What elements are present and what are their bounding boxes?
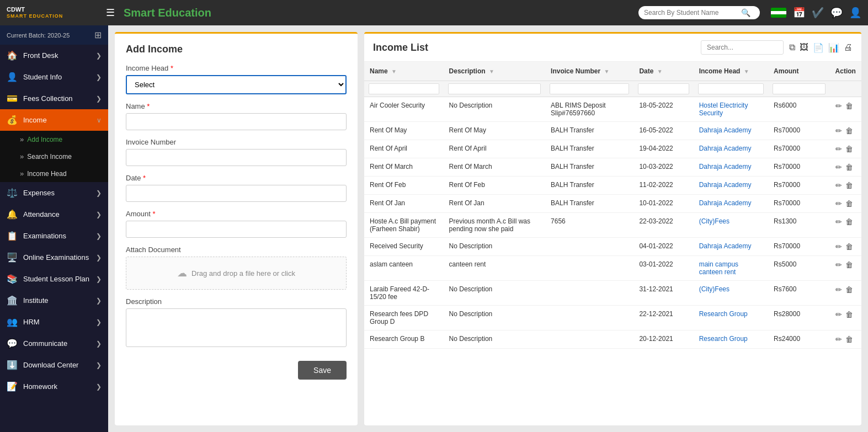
income-head-link[interactable]: Dahraja Academy [699, 242, 752, 250]
invoice-input[interactable] [126, 149, 347, 166]
required-star: * [152, 210, 155, 218]
cell-income-head: Hostel Electricity Security [694, 97, 768, 122]
copy-icon[interactable]: ⧉ [789, 42, 795, 53]
income-head-link[interactable]: (City)Fees [699, 285, 729, 293]
csv-icon[interactable]: 📄 [813, 42, 824, 53]
description-textarea[interactable] [126, 308, 347, 347]
income-head-link[interactable]: main campus canteen rent [699, 260, 738, 276]
sidebar-item-search-income[interactable]: Search Income [0, 148, 108, 165]
name-input[interactable] [126, 113, 347, 130]
cell-amount: Rs70000 [768, 122, 830, 140]
income-head-link[interactable]: Dahraja Academy [699, 145, 752, 152]
sidebar-item-institute[interactable]: 🏛️ Institute ❯ [0, 290, 108, 311]
delete-button[interactable]: 🗑 [845, 163, 853, 172]
cell-name: Rent Of May [364, 122, 444, 140]
sidebar-item-front-desk[interactable]: 🏠 Front Desk ❯ [0, 45, 108, 66]
excel-icon[interactable]: 📊 [828, 42, 839, 53]
flag-icon[interactable] [771, 8, 786, 18]
edit-button[interactable]: ✏ [835, 217, 842, 226]
delete-button[interactable]: 🗑 [845, 102, 853, 110]
filter-invoice[interactable] [550, 83, 629, 94]
calendar-icon[interactable]: 📅 [793, 7, 805, 19]
cell-amount: Rs24000 [768, 330, 830, 349]
delete-button[interactable]: 🗑 [845, 260, 853, 269]
income-head-select[interactable]: Select Hostel Electricity Security Dahra… [126, 75, 347, 94]
table-row: Research fees DPD Group D No Description… [364, 306, 861, 330]
col-invoice[interactable]: Invoice Number ▼ [545, 62, 633, 81]
col-description[interactable]: Description ▼ [444, 62, 545, 81]
income-head-link[interactable]: Dahraja Academy [699, 199, 752, 207]
income-head-link[interactable]: Dahraja Academy [699, 181, 752, 189]
sidebar-item-income-head[interactable]: Income Head [0, 165, 108, 182]
cell-name: Air Cooler Security [364, 97, 444, 122]
filter-name[interactable] [369, 83, 439, 94]
user-avatar-icon[interactable]: 👤 [849, 7, 861, 19]
cell-name: Rent Of March [364, 158, 444, 177]
sidebar-item-communicate[interactable]: 💬 Communicate ❯ [0, 333, 108, 354]
date-input[interactable] [126, 185, 347, 202]
col-date[interactable]: Date ▼ [633, 62, 693, 81]
sidebar-item-income[interactable]: 💰 Income ∨ [0, 109, 108, 131]
checkmark-icon[interactable]: ✔️ [812, 7, 824, 19]
edit-button[interactable]: ✏ [835, 285, 842, 294]
cell-income-head: Dahraja Academy [694, 140, 768, 158]
edit-button[interactable]: ✏ [835, 145, 842, 153]
file-drop-area[interactable]: ☁ Drag and drop a file here or click [126, 257, 347, 290]
filter-description[interactable] [448, 83, 541, 94]
sidebar-item-fees-collection[interactable]: 💳 Fees Collection ❯ [0, 88, 108, 109]
delete-button[interactable]: 🗑 [845, 310, 853, 319]
save-button[interactable]: Save [298, 361, 347, 380]
whatsapp-icon[interactable]: 💬 [830, 7, 843, 19]
search-input[interactable] [644, 9, 738, 17]
amount-input[interactable] [126, 221, 347, 238]
cell-income-head: Dahraja Academy [694, 177, 768, 195]
delete-button[interactable]: 🗑 [845, 285, 853, 294]
edit-button[interactable]: ✏ [835, 199, 842, 208]
delete-button[interactable]: 🗑 [845, 217, 853, 226]
cell-invoice [545, 256, 633, 281]
filter-amount[interactable] [773, 83, 826, 94]
income-head-link[interactable]: (City)Fees [699, 217, 729, 225]
filter-date[interactable] [638, 83, 689, 94]
col-name[interactable]: Name ▼ [364, 62, 444, 81]
delete-button[interactable]: 🗑 [845, 335, 853, 344]
col-amount[interactable]: Amount [768, 62, 830, 81]
edit-button[interactable]: ✏ [835, 126, 842, 135]
edit-button[interactable]: ✏ [835, 335, 842, 344]
edit-button[interactable]: ✏ [835, 310, 842, 319]
edit-button[interactable]: ✏ [835, 242, 842, 251]
income-head-link[interactable]: Dahraja Academy [699, 126, 752, 134]
edit-button[interactable]: ✏ [835, 181, 842, 190]
image-icon[interactable]: 🖼 [800, 42, 808, 53]
sidebar-item-examinations[interactable]: 📋 Examinations ❯ [0, 225, 108, 247]
delete-button[interactable]: 🗑 [845, 126, 853, 135]
sidebar-item-homework[interactable]: 📝 Homework ❯ [0, 376, 108, 397]
edit-button[interactable]: ✏ [835, 260, 842, 269]
delete-button[interactable]: 🗑 [845, 242, 853, 251]
delete-button[interactable]: 🗑 [845, 181, 853, 190]
sidebar-item-attendance[interactable]: 🔔 Attendance ❯ [0, 204, 108, 225]
cell-name: Research fees DPD Group D [364, 306, 444, 330]
delete-button[interactable]: 🗑 [845, 199, 853, 208]
sidebar-item-download-center[interactable]: ⬇️ Download Center ❯ [0, 354, 108, 376]
cell-date: 16-05-2022 [633, 122, 693, 140]
income-head-link[interactable]: Research Group [699, 335, 748, 343]
sidebar-item-expenses[interactable]: ⚖️ Expenses ❯ [0, 182, 108, 204]
delete-button[interactable]: 🗑 [845, 145, 853, 153]
hamburger-icon[interactable]: ☰ [106, 7, 115, 19]
edit-button[interactable]: ✏ [835, 163, 842, 172]
col-income-head[interactable]: Income Head ▼ [694, 62, 768, 81]
sidebar-item-student-info[interactable]: 👤 Student Info ❯ [0, 66, 108, 88]
income-head-link[interactable]: Research Group [699, 310, 748, 318]
sidebar-item-hrm[interactable]: 👥 HRM ❯ [0, 311, 108, 333]
income-head-link[interactable]: Hostel Electricity Security [699, 102, 748, 117]
edit-button[interactable]: ✏ [835, 102, 842, 110]
grid-icon[interactable]: ⊞ [94, 30, 102, 40]
print-icon[interactable]: 🖨 [844, 42, 853, 53]
sidebar-item-add-income[interactable]: Add Income [0, 131, 108, 148]
sidebar-item-online-examinations[interactable]: 🖥️ Online Examinations ❯ [0, 247, 108, 268]
income-head-link[interactable]: Dahraja Academy [699, 163, 752, 170]
sidebar-item-lesson-plan[interactable]: 📚 Student Lesson Plan ❯ [0, 268, 108, 290]
filter-income-head[interactable] [698, 83, 764, 94]
income-search-input[interactable] [701, 40, 784, 55]
